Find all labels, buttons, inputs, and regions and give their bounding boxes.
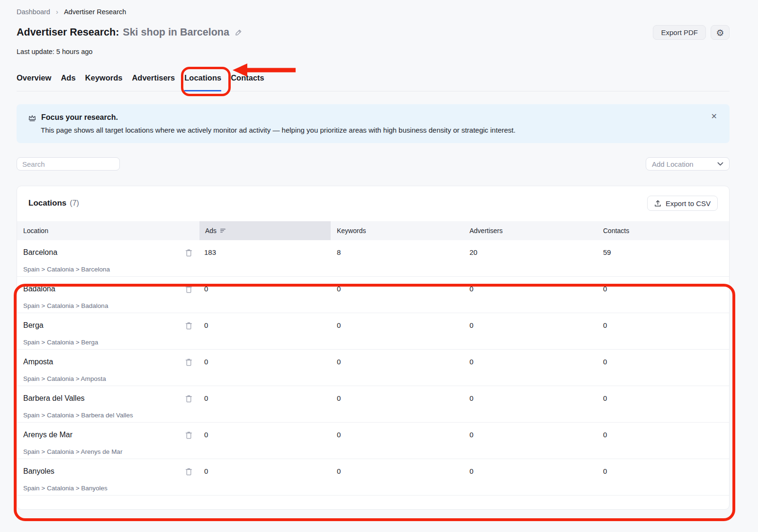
- export-pdf-button[interactable]: Export PDF: [653, 25, 706, 40]
- contacts-value: 59: [603, 248, 729, 261]
- settings-button[interactable]: ⚙: [711, 25, 730, 40]
- table-row: Badalona 0 0 0 0 Spain > Catalonia > Bad…: [17, 277, 729, 313]
- table-row: Banyoles 0 0 0 0 Spain > Catalonia > Ban…: [17, 459, 729, 496]
- location-name: Berga: [23, 321, 44, 329]
- advertisers-value: 0: [469, 321, 603, 334]
- search-input[interactable]: [17, 157, 120, 171]
- trash-icon: [185, 395, 192, 403]
- trash-icon: [185, 322, 192, 330]
- column-header-keywords[interactable]: Keywords: [331, 221, 469, 240]
- ads-value: 0: [204, 394, 337, 407]
- banner-body: This page shows all target locations whe…: [41, 126, 718, 134]
- ads-value: 0: [204, 431, 337, 443]
- add-location-dropdown[interactable]: Add Location: [646, 157, 730, 171]
- delete-location-button[interactable]: [185, 358, 192, 367]
- table-row: Amposta 0 0 0 0 Spain > Catalonia > Ampo…: [17, 350, 729, 386]
- delete-location-button[interactable]: [185, 395, 192, 403]
- sort-descending-icon: [220, 228, 226, 233]
- advertisers-value: 0: [469, 285, 603, 298]
- location-name: Arenys de Mar: [23, 431, 72, 439]
- advertisers-value: 20: [469, 248, 603, 261]
- keywords-value: 0: [337, 321, 469, 334]
- keywords-value: 0: [337, 467, 469, 480]
- location-path: Spain > Catalonia > Banyoles: [23, 485, 729, 496]
- page-title-value: Ski shop in Barcelona: [123, 27, 229, 38]
- trash-icon: [185, 285, 192, 293]
- table-body: Barcelona 183 8 20 59 Spain > Catalonia …: [17, 240, 729, 496]
- keywords-value: 0: [337, 358, 469, 370]
- table-row: Barcelona 183 8 20 59 Spain > Catalonia …: [17, 240, 729, 277]
- ads-value: 0: [204, 285, 337, 298]
- advertisers-value: 0: [469, 394, 603, 407]
- locations-card: Locations (7) Export to CSV Location Ads…: [17, 186, 730, 510]
- tab-advertisers[interactable]: Advertisers: [132, 73, 175, 91]
- keywords-value: 0: [337, 285, 469, 298]
- add-location-label: Add Location: [652, 160, 694, 168]
- location-name: Amposta: [23, 358, 53, 366]
- column-header-advertisers[interactable]: Advertisers: [469, 221, 603, 240]
- delete-location-button[interactable]: [185, 431, 192, 440]
- contacts-value: 0: [603, 358, 729, 370]
- upload-icon: [654, 200, 661, 207]
- tab-keywords[interactable]: Keywords: [85, 73, 123, 91]
- location-path: Spain > Catalonia > Badalona: [23, 302, 729, 313]
- location-path: Spain > Catalonia > Amposta: [23, 375, 729, 386]
- keywords-value: 8: [337, 248, 469, 261]
- table-bottom-spacer: [17, 496, 729, 510]
- breadcrumb-separator-icon: ›: [56, 8, 58, 16]
- page-title: Advertiser Research:: [17, 27, 119, 38]
- delete-location-button[interactable]: [185, 249, 192, 257]
- tab-contacts[interactable]: Contacts: [231, 73, 264, 91]
- last-update: Last update: 5 hours ago: [17, 48, 730, 55]
- location-name: Barcelona: [23, 248, 57, 256]
- keywords-value: 0: [337, 394, 469, 407]
- chevron-down-icon: [717, 162, 723, 166]
- banner-close-button[interactable]: ✕: [711, 112, 717, 121]
- trash-icon: [185, 358, 192, 366]
- table-row: Berga 0 0 0 0 Spain > Catalonia > Berga: [17, 313, 729, 350]
- tab-ads[interactable]: Ads: [61, 73, 75, 91]
- tab-overview[interactable]: Overview: [17, 73, 51, 91]
- column-header-contacts[interactable]: Contacts: [603, 221, 729, 240]
- panel-header: Locations (7) Export to CSV: [17, 193, 729, 214]
- tab-locations[interactable]: Locations: [184, 73, 221, 91]
- export-csv-label: Export to CSV: [666, 199, 711, 207]
- ads-value: 183: [204, 248, 337, 261]
- ads-value: 0: [204, 467, 337, 480]
- breadcrumb: Dashboard › Advertiser Research: [17, 8, 730, 16]
- ads-value: 0: [204, 358, 337, 370]
- title-row: Advertiser Research: Ski shop in Barcelo…: [17, 25, 730, 40]
- contacts-value: 0: [603, 467, 729, 480]
- page: Dashboard › Advertiser Research Advertis…: [0, 0, 758, 510]
- delete-location-button[interactable]: [185, 468, 192, 476]
- location-path: Spain > Catalonia > Barbera del Valles: [23, 412, 729, 423]
- delete-location-button[interactable]: [185, 285, 192, 294]
- panel-title: Locations: [28, 198, 66, 208]
- advertisers-value: 0: [469, 467, 603, 480]
- location-path: Spain > Catalonia > Berga: [23, 339, 729, 350]
- advertisers-value: 0: [469, 358, 603, 370]
- export-csv-button[interactable]: Export to CSV: [647, 196, 718, 211]
- location-name: Badalona: [23, 285, 55, 293]
- advertisers-value: 0: [469, 431, 603, 443]
- crown-icon: [28, 114, 36, 122]
- keywords-value: 0: [337, 431, 469, 443]
- table-row: Arenys de Mar 0 0 0 0 Spain > Catalonia …: [17, 423, 729, 459]
- trash-icon: [185, 468, 192, 476]
- gear-icon: ⚙: [716, 27, 724, 38]
- contacts-value: 0: [603, 394, 729, 407]
- location-name: Banyoles: [23, 467, 54, 475]
- trash-icon: [185, 431, 192, 439]
- delete-location-button[interactable]: [185, 322, 192, 330]
- location-name: Barbera del Valles: [23, 394, 85, 402]
- trash-icon: [185, 249, 192, 257]
- tabs: OverviewAdsKeywordsAdvertisersLocationsC…: [17, 73, 730, 91]
- breadcrumb-dashboard[interactable]: Dashboard: [17, 8, 50, 16]
- contacts-value: 0: [603, 431, 729, 443]
- column-header-ads[interactable]: Ads: [199, 221, 331, 240]
- panel-count: (7): [70, 199, 79, 207]
- edit-title-button[interactable]: [234, 28, 243, 37]
- contacts-value: 0: [603, 321, 729, 334]
- controls-row: Add Location: [17, 157, 730, 171]
- column-header-location[interactable]: Location: [17, 221, 199, 240]
